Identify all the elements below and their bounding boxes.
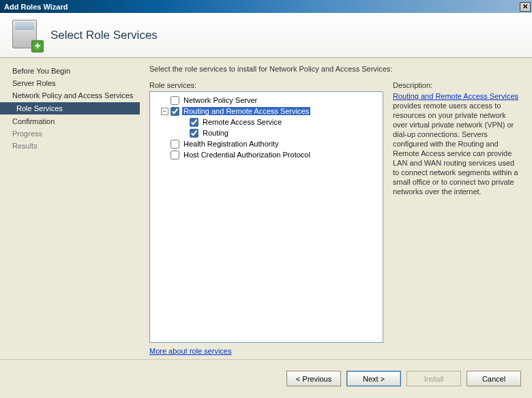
nav-item[interactable]: Confirmation	[0, 115, 140, 127]
role-label: Routing and Remote Access Services	[182, 107, 310, 115]
role-label: Routing	[201, 129, 230, 137]
description-label: Description:	[393, 81, 520, 89]
role-checkbox[interactable]	[171, 96, 179, 105]
tree-row[interactable]: Host Credential Authorization Protocol	[151, 149, 381, 160]
role-checkbox[interactable]	[171, 151, 179, 159]
wizard-nav: Before You BeginServer RolesNetwork Poli…	[0, 58, 140, 359]
nav-item[interactable]: Server Roles	[0, 77, 140, 89]
server-plus-icon: +	[12, 20, 41, 51]
tree-row[interactable]: Routing	[151, 127, 381, 138]
install-button: Install	[407, 371, 461, 386]
instruction-text: Select the role services to install for …	[149, 65, 520, 73]
tree-row[interactable]: Network Policy Server	[151, 95, 381, 106]
role-checkbox[interactable]	[171, 107, 179, 116]
nav-item[interactable]: Progress	[0, 127, 140, 140]
role-checkbox[interactable]	[171, 140, 179, 149]
description-body: provides remote users access to resource…	[393, 102, 518, 196]
role-checkbox[interactable]	[190, 129, 198, 138]
role-label: Network Policy Server	[182, 96, 258, 104]
collapse-icon[interactable]: −	[161, 108, 168, 115]
more-about-link[interactable]: More about role services	[149, 347, 383, 355]
page-title: Select Role Services	[50, 29, 158, 42]
cancel-button[interactable]: Cancel	[467, 371, 521, 386]
tree-row[interactable]: Remote Access Service	[151, 117, 381, 127]
description-text: Routing and Remote Access Services provi…	[393, 91, 520, 196]
wizard-body: Before You BeginServer RolesNetwork Poli…	[0, 58, 532, 359]
wizard-header: + Select Role Services	[0, 13, 532, 58]
nav-item[interactable]: Before You Begin	[0, 65, 140, 77]
role-services-panel: Role services: Network Policy Server−Rou…	[149, 81, 383, 355]
description-panel: Description: Routing and Remote Access S…	[393, 81, 520, 355]
panels: Role services: Network Policy Server−Rou…	[149, 81, 520, 355]
titlebar: Add Roles Wizard ✕	[0, 0, 532, 13]
role-label: Remote Access Service	[201, 118, 283, 126]
role-label: Health Registration Authority	[182, 140, 280, 148]
close-button[interactable]: ✕	[520, 2, 531, 12]
previous-button[interactable]: < Previous	[286, 371, 341, 386]
role-services-tree[interactable]: Network Policy Server−Routing and Remote…	[149, 91, 383, 343]
nav-item[interactable]: Results	[0, 140, 140, 152]
nav-item[interactable]: Network Policy and Access Services	[0, 89, 140, 102]
role-services-label: Role services:	[149, 81, 383, 89]
nav-item-active[interactable]: Role Services	[0, 102, 140, 114]
window-title: Add Roles Wizard	[4, 3, 68, 11]
content-area: Select the role services to install for …	[140, 58, 532, 359]
tree-row[interactable]: −Routing and Remote Access Services	[151, 106, 381, 117]
role-label: Host Credential Authorization Protocol	[182, 151, 312, 159]
tree-row[interactable]: Health Registration Authority	[151, 138, 381, 149]
description-link[interactable]: Routing and Remote Access Services	[393, 92, 518, 100]
next-button[interactable]: Next >	[346, 371, 401, 386]
wizard-footer: < Previous Next > Install Cancel	[0, 359, 532, 397]
role-checkbox[interactable]	[190, 118, 198, 127]
